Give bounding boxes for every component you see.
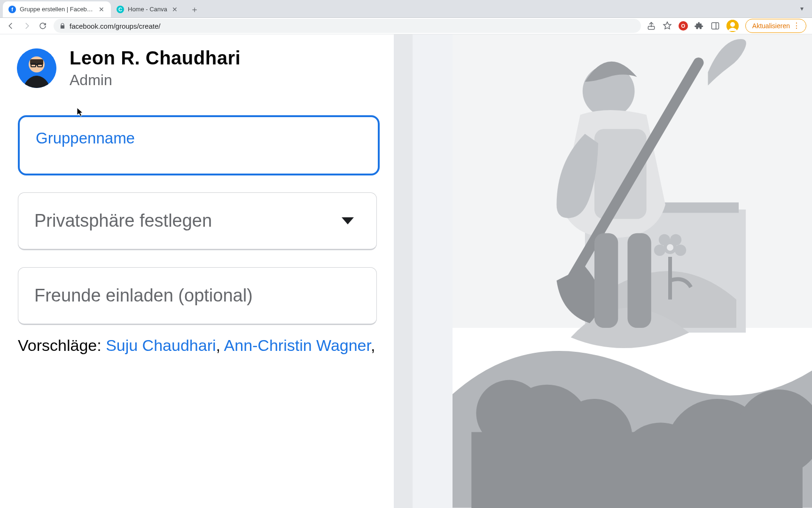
tabs-overflow-icon[interactable]: ▾ [800,5,804,12]
sep: , [371,336,377,354]
creator-avatar[interactable] [17,48,56,88]
favicon-facebook: f [8,6,16,13]
browser-tab-facebook[interactable]: f Gruppe erstellen | Facebook ✕ [3,1,111,17]
divider-strip [394,34,453,508]
lock-icon [59,23,66,29]
friend-suggestions: Vorschläge: Suju Chaudhari, Ann-Christin… [18,336,377,355]
creator-name: Leon R. Chaudhari [70,48,241,69]
svg-rect-28 [471,432,803,508]
svg-point-21 [667,244,673,251]
creator-profile: Leon R. Chaudhari Admin [17,48,382,89]
browser-tabstrip: f Gruppe erstellen | Facebook ✕ C Home -… [0,0,812,18]
sep: , [216,336,224,354]
group-name-label: Gruppenname [36,129,362,147]
suggestion-link[interactable]: Ann-Christin Wagner [224,336,371,354]
update-button[interactable]: Aktualisieren ⋮ [745,19,806,33]
tab-close-icon[interactable]: ✕ [98,6,105,13]
create-group-form: Leon R. Chaudhari Admin Gruppenname Priv… [0,34,394,508]
creator-role: Admin [70,71,241,89]
group-preview-panel [453,34,812,508]
adblock-icon[interactable]: O [679,21,688,31]
share-icon[interactable] [647,21,656,31]
reload-button[interactable] [38,21,48,31]
svg-point-18 [675,245,686,256]
address-bar[interactable]: facebook.com/groups/create/ [54,19,641,33]
tab-title: Home - Canva [128,6,167,13]
suggestions-prefix: Vorschläge: [18,336,106,354]
kebab-menu-icon[interactable]: ⋮ [793,22,800,30]
invite-friends-input[interactable]: Freunde einladen (optional) [18,267,377,325]
new-tab-button[interactable]: ＋ [188,3,201,16]
tab-close-icon[interactable]: ✕ [171,6,179,13]
svg-rect-33 [627,233,651,328]
suggestion-link[interactable]: Suju Chaudhari [106,336,216,354]
group-cover-illustration [453,34,812,508]
privacy-select[interactable]: Privatsphäre festlegen [18,192,377,250]
svg-point-17 [654,245,665,256]
profile-avatar-button[interactable] [726,20,739,32]
update-label: Aktualisieren [752,22,790,30]
svg-rect-7 [30,59,43,65]
privacy-label: Privatsphäre festlegen [34,211,212,231]
invite-label: Freunde einladen (optional) [34,286,253,306]
svg-point-4 [730,22,735,27]
browser-toolbar: facebook.com/groups/create/ O Aktualisie… [0,18,812,35]
url-text: facebook.com/groups/create/ [70,22,160,30]
bookmark-star-icon[interactable] [663,21,672,31]
sidepanel-icon[interactable] [710,21,720,31]
tab-title: Gruppe erstellen | Facebook [20,6,94,13]
forward-button[interactable] [22,21,32,31]
back-button[interactable] [6,21,16,31]
svg-point-19 [659,234,670,246]
extensions-icon[interactable] [695,21,704,31]
svg-rect-32 [594,233,618,328]
favicon-canva: C [117,6,124,13]
group-name-input[interactable]: Gruppenname [18,115,380,175]
chevron-down-icon [342,217,354,224]
svg-rect-1 [711,23,718,29]
browser-tab-canva[interactable]: C Home - Canva ✕ [111,1,184,17]
svg-point-20 [670,234,681,246]
page-content: Leon R. Chaudhari Admin Gruppenname Priv… [0,34,812,508]
